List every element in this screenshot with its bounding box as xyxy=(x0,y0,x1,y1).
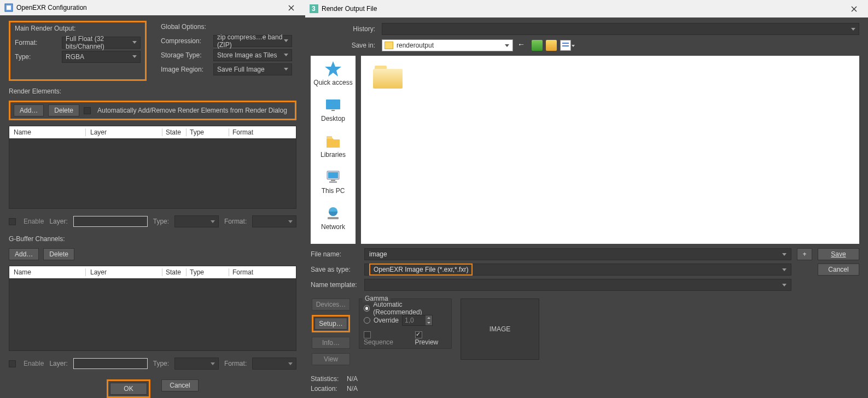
col-format[interactable]: Format xyxy=(229,268,296,276)
place-this-pc[interactable]: This PC xyxy=(322,168,345,195)
format-dropdown-small[interactable] xyxy=(252,215,296,227)
sequence-checkbox[interactable] xyxy=(364,331,371,338)
type-dropdown-small[interactable] xyxy=(174,358,219,370)
format-dropdown[interactable]: Full Float (32 bits/Channel) xyxy=(62,37,141,49)
col-type[interactable]: Type xyxy=(187,128,229,136)
format-label: Format: xyxy=(15,39,59,46)
layer-input[interactable] xyxy=(73,358,148,369)
gamma-override-spinner[interactable]: 1,0 xyxy=(402,315,433,326)
filename-label: File name: xyxy=(311,250,359,258)
titlebar[interactable]: OpenEXR Configuration xyxy=(0,0,305,15)
gamma-override-label: Override xyxy=(374,317,399,324)
history-label: History: xyxy=(333,25,375,33)
format-dropdown-small[interactable] xyxy=(252,358,296,370)
svg-text:3: 3 xyxy=(312,5,316,13)
image-preview-label: IMAGE xyxy=(490,325,511,333)
place-libraries[interactable]: Libraries xyxy=(321,132,346,159)
add-button[interactable]: Add… xyxy=(9,248,39,260)
gamma-auto-radio[interactable] xyxy=(364,305,370,312)
region-label: Image Region: xyxy=(161,66,210,73)
svg-rect-6 xyxy=(331,110,335,111)
col-format[interactable]: Format xyxy=(229,128,296,136)
render-elements-table[interactable]: Name Layer State Type Format xyxy=(9,126,296,209)
titlebar[interactable]: 3 Render Output File xyxy=(305,0,868,17)
cancel-button[interactable]: Cancel xyxy=(161,379,199,391)
place-network[interactable]: Network xyxy=(321,204,345,231)
stats-value: N/A xyxy=(347,375,358,383)
save-button[interactable]: Save xyxy=(818,248,859,260)
openexr-config-dialog: OpenEXR Configuration Main Render Output… xyxy=(0,0,305,398)
enable-checkbox[interactable] xyxy=(9,360,16,367)
auto-checkbox-label: Automatically Add/Remove Render Elements… xyxy=(97,107,287,114)
col-name[interactable]: Name xyxy=(9,268,86,276)
delete-button[interactable]: Delete xyxy=(48,104,79,116)
gamma-group: Gamma Automatic (Recommended) Override 1… xyxy=(359,298,452,349)
place-quick-access[interactable]: Quick access xyxy=(313,60,352,86)
col-state[interactable]: State xyxy=(162,268,187,276)
svg-marker-4 xyxy=(325,61,341,77)
col-layer[interactable]: Layer xyxy=(86,128,162,136)
type-dropdown-small[interactable] xyxy=(174,215,219,227)
file-list[interactable] xyxy=(361,56,859,244)
cancel-button[interactable]: Cancel xyxy=(818,264,859,276)
saveastype-dropdown[interactable]: OpenEXR Image File (*.exr,*.fxr) xyxy=(364,264,791,276)
svg-rect-5 xyxy=(326,99,340,109)
auto-checkbox[interactable] xyxy=(84,107,91,114)
svg-rect-7 xyxy=(327,136,332,139)
app-icon: 3 xyxy=(310,4,318,13)
group-heading: Main Render Output: xyxy=(15,25,141,32)
image-preview: IMAGE xyxy=(461,298,539,360)
filename-input[interactable]: image xyxy=(364,248,791,260)
col-type[interactable]: Type xyxy=(187,268,229,276)
gamma-override-radio[interactable] xyxy=(364,317,370,324)
folder-icon xyxy=(385,42,393,49)
location-label: Location: xyxy=(311,385,341,393)
gbuffer-table[interactable]: Name Layer State Type Format xyxy=(9,266,296,351)
storage-dropdown[interactable]: Store Image as Tiles xyxy=(213,49,292,61)
info-button[interactable]: Info… xyxy=(312,337,350,349)
col-state[interactable]: State xyxy=(162,128,187,136)
saveastype-label: Save as type: xyxy=(311,266,359,273)
enable-checkbox[interactable] xyxy=(9,218,16,225)
compression-dropdown[interactable]: zip compress…e band (ZIP) xyxy=(213,35,292,47)
enable-label: Enable xyxy=(24,218,44,225)
gamma-heading: Gamma xyxy=(363,295,391,302)
global-options-group: Global Options: Compression: zip compres… xyxy=(156,21,296,81)
preview-checkbox[interactable] xyxy=(415,331,422,338)
type-label: Type: xyxy=(15,53,59,61)
history-dropdown[interactable] xyxy=(382,23,859,35)
plus-button[interactable]: + xyxy=(797,248,812,260)
close-button[interactable] xyxy=(843,1,865,16)
places-sidebar: Quick access Desktop Libraries This PC N… xyxy=(311,56,356,244)
region-dropdown[interactable]: Save Full Image xyxy=(213,63,292,75)
col-name[interactable]: Name xyxy=(9,128,86,136)
render-output-file-dialog: 3 Render Output File History: Save in: r… xyxy=(305,0,868,398)
close-button[interactable] xyxy=(280,0,302,15)
storage-label: Storage Type: xyxy=(161,51,210,59)
layer-input[interactable] xyxy=(73,216,148,227)
view-button[interactable]: View xyxy=(312,353,350,365)
folder-item[interactable] xyxy=(373,66,403,89)
place-desktop[interactable]: Desktop xyxy=(321,96,345,122)
col-layer[interactable]: Layer xyxy=(86,268,162,276)
devices-button[interactable]: Devices… xyxy=(312,298,350,311)
app-icon xyxy=(4,3,13,12)
setup-button[interactable]: Setup… xyxy=(314,318,347,330)
type-dropdown[interactable]: RGBA xyxy=(62,51,141,63)
svg-rect-9 xyxy=(328,172,338,178)
up-one-level-icon[interactable] xyxy=(532,40,543,51)
type-label: Type: xyxy=(153,360,169,367)
delete-button[interactable]: Delete xyxy=(43,248,74,260)
view-menu-icon[interactable] xyxy=(560,40,571,51)
format-label: Format: xyxy=(224,360,247,367)
layer-label: Layer: xyxy=(49,360,67,367)
savein-dropdown[interactable]: renderoutput xyxy=(382,39,513,51)
new-folder-icon[interactable] xyxy=(546,40,557,51)
nametpl-label: Name template: xyxy=(311,281,359,289)
add-button[interactable]: Add… xyxy=(14,104,44,116)
ok-button[interactable]: OK xyxy=(110,383,147,395)
nametpl-dropdown[interactable] xyxy=(364,279,791,291)
type-label: Type: xyxy=(153,218,169,225)
render-elements-heading: Render Elements: xyxy=(9,87,296,95)
back-icon[interactable] xyxy=(517,40,528,51)
